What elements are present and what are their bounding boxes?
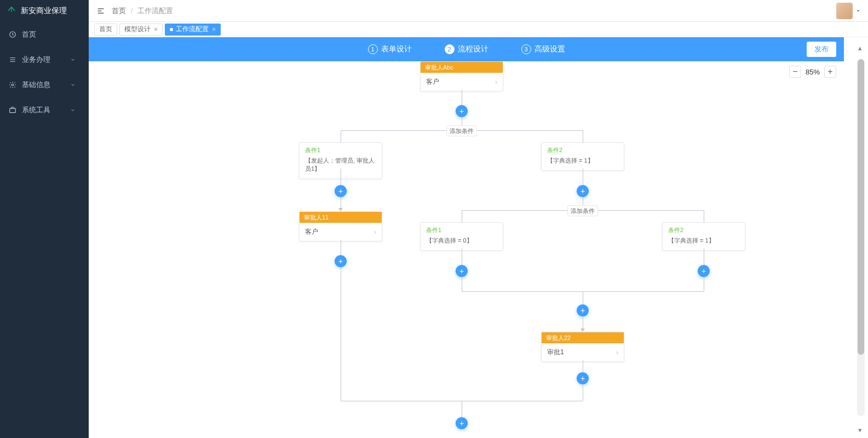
scrollbar-thumb[interactable]	[858, 59, 864, 355]
app-title: 新安商业保理	[21, 6, 67, 16]
node-body: 审批1	[547, 348, 564, 357]
connector	[462, 277, 462, 291]
condition-expr: 【字典选择 = 1】	[547, 157, 618, 165]
scrollbar-track[interactable]	[857, 59, 865, 416]
step-number: 3	[521, 44, 531, 54]
step-number: 1	[368, 44, 378, 54]
step-number: 2	[445, 44, 455, 54]
tab-label: 首页	[99, 25, 112, 34]
node-body: 客户	[426, 77, 439, 87]
sidebar-item-tools[interactable]: 系统工具	[0, 97, 89, 123]
breadcrumb: 首页 / 工作流配置	[112, 6, 173, 16]
zoom-controls: − 85% +	[789, 66, 836, 78]
step-flow-design[interactable]: 2 流程设计	[445, 44, 488, 54]
node-title: 审批人11	[300, 212, 382, 223]
connector	[583, 360, 583, 372]
add-node-button[interactable]: +	[456, 265, 468, 277]
add-node-button[interactable]: +	[577, 185, 589, 197]
connector	[583, 384, 583, 401]
chevron-right-icon: ›	[374, 228, 376, 236]
flow-node-start[interactable]: 审批人Abc 客户 ›	[420, 61, 503, 91]
flow-canvas[interactable]: 审批人Abc 客户 › + 添加条件 条件1 【发起人：管理员, 审批人员1】 …	[89, 61, 844, 438]
flow-condition-node[interactable]: 条件2 【字典选择 = 1】	[662, 222, 745, 251]
scroll-up-icon[interactable]: ▴	[858, 44, 864, 49]
leaf-icon	[7, 6, 16, 16]
breadcrumb-sep: /	[131, 7, 133, 15]
step-label: 表单设计	[381, 44, 412, 54]
flow-condition-node[interactable]: 条件2 【字典选择 = 1】	[541, 142, 624, 171]
zoom-out-button[interactable]: −	[789, 66, 801, 78]
tab-model-design[interactable]: 模型设计 ×	[119, 24, 163, 36]
connector	[704, 277, 704, 291]
connector	[704, 210, 704, 222]
connector	[462, 401, 462, 417]
tab-label: 模型设计	[124, 25, 151, 34]
zoom-in-button[interactable]: +	[824, 66, 836, 78]
add-node-button[interactable]: +	[577, 304, 589, 316]
avatar-icon	[836, 3, 853, 19]
chevron-right-icon: ›	[495, 78, 497, 86]
sidebar-item-label: 业务办理	[22, 55, 50, 65]
add-node-button[interactable]: +	[456, 417, 468, 429]
condition-expr: 【字典选择 = 0】	[426, 237, 497, 245]
close-icon[interactable]: ×	[154, 26, 158, 33]
sidebar-item-label: 首页	[22, 30, 36, 39]
tab-label: 工作流配置	[176, 25, 209, 34]
sidebar-item-baseinfo[interactable]: 基础信息	[0, 72, 89, 97]
add-condition-pill[interactable]: 添加条件	[446, 125, 477, 136]
connector	[341, 169, 341, 185]
sidebar-item-business[interactable]: 业务办理	[0, 47, 89, 72]
add-condition-pill[interactable]: 添加条件	[567, 205, 598, 216]
scroll-down-icon[interactable]: ▾	[858, 426, 864, 431]
user-menu[interactable]	[836, 3, 860, 19]
connector	[341, 197, 341, 208]
right-gutter: ▴ ▾	[844, 37, 868, 438]
svg-point-1	[12, 84, 14, 86]
breadcrumb-root[interactable]: 首页	[112, 7, 126, 15]
flow-condition-node[interactable]: 条件1 【字典选择 = 0】	[420, 222, 503, 251]
step-label: 高级设置	[534, 44, 565, 54]
chevron-right-icon: ›	[616, 349, 618, 356]
add-node-button[interactable]: +	[456, 105, 468, 117]
tab-home[interactable]: 首页	[94, 24, 117, 36]
add-node-button[interactable]: +	[577, 372, 589, 384]
zoom-value: 85%	[806, 68, 820, 76]
close-icon[interactable]: ×	[212, 26, 216, 33]
active-dot-icon	[170, 28, 173, 31]
condition-name: 条件1	[305, 146, 376, 154]
node-title: 审批人Abc	[421, 62, 503, 73]
sidebar-item-label: 系统工具	[22, 105, 50, 115]
step-label: 流程设计	[458, 44, 488, 54]
add-node-button[interactable]: +	[335, 255, 347, 267]
collapse-icon[interactable]	[96, 7, 105, 15]
sidebar-item-label: 基础信息	[22, 80, 50, 90]
flow-node-approver[interactable]: 审批人11 客户 ›	[299, 211, 382, 241]
flow-node-approver[interactable]: 审批人22 审批1 ›	[541, 332, 624, 362]
sidebar: 新安商业保理 首页 业务办理 基础信息 系统工具	[0, 0, 89, 438]
add-node-button[interactable]: +	[335, 185, 347, 197]
toolbox-icon	[9, 106, 16, 114]
step-form-design[interactable]: 1 表单设计	[368, 44, 412, 54]
connector	[583, 169, 583, 185]
tab-workflow-config[interactable]: 工作流配置 ×	[165, 24, 221, 36]
caret-down-icon	[856, 9, 860, 13]
condition-name: 条件2	[547, 146, 618, 154]
step-bar: 1 表单设计 2 流程设计 3 高级设置 发布	[89, 37, 844, 61]
node-body: 客户	[305, 227, 318, 237]
sidebar-item-home[interactable]: 首页	[0, 22, 89, 47]
chevron-down-icon	[70, 57, 76, 62]
node-title: 审批人22	[542, 332, 624, 343]
svg-rect-2	[10, 108, 16, 113]
logo: 新安商业保理	[0, 0, 89, 22]
connector	[583, 316, 583, 328]
connector	[341, 130, 341, 142]
publish-button[interactable]: 发布	[807, 42, 836, 57]
connector	[462, 210, 462, 222]
step-advanced[interactable]: 3 高级设置	[521, 44, 565, 54]
add-node-button[interactable]: +	[698, 265, 710, 277]
connector	[704, 249, 704, 265]
connector	[341, 240, 341, 255]
connector	[583, 291, 583, 304]
condition-expr: 【字典选择 = 1】	[668, 237, 739, 245]
condition-name: 条件2	[668, 226, 739, 234]
